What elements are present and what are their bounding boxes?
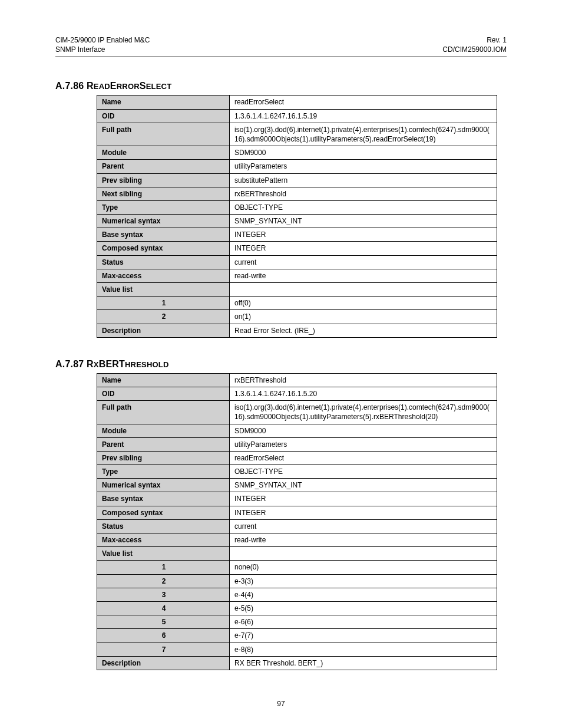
row-label: Composed syntax xyxy=(97,242,230,255)
row-label: Next sibling xyxy=(97,187,230,200)
row-label: 2 xyxy=(97,310,230,324)
row-value: current xyxy=(230,519,497,533)
row-label: Name xyxy=(97,95,230,109)
row-label: Name xyxy=(97,373,230,387)
header-rule xyxy=(55,57,507,57)
header-right-line2: CD/CIM259000.IOM xyxy=(442,45,507,54)
row-value: SNMP_SYNTAX_INT xyxy=(230,479,497,492)
table-row: OID1.3.6.1.4.1.6247.16.1.5.19 xyxy=(97,109,497,123)
row-label: Type xyxy=(97,465,230,479)
section-title-1: ReadErrorSelect xyxy=(87,81,171,91)
row-value: current xyxy=(230,255,497,269)
table-row: Composed syntaxINTEGER xyxy=(97,242,497,255)
table-row: Base syntaxINTEGER xyxy=(97,492,497,506)
table-row: Full pathiso(1).org(3).dod(6).internet(1… xyxy=(97,123,497,146)
row-label: Prev sibling xyxy=(97,451,230,465)
table-row: Prev siblingsubstitutePattern xyxy=(97,173,497,187)
row-value: utilityParameters xyxy=(230,160,497,173)
section-heading-2: A.7.87 RxBERThreshold xyxy=(55,359,507,370)
table-row: 4e-5(5) xyxy=(97,601,497,615)
table-row: ParentutilityParameters xyxy=(97,437,497,451)
row-label: 1 xyxy=(97,297,230,310)
table-row: Value list xyxy=(97,283,497,297)
table-row: 1none(0) xyxy=(97,561,497,574)
row-label: 2 xyxy=(97,574,230,588)
row-value: e-7(7) xyxy=(230,629,497,643)
row-value: INTEGER xyxy=(230,228,497,242)
table-row: DescriptionRX BER Threshold. BERT_) xyxy=(97,656,497,670)
table-row: ModuleSDM9000 xyxy=(97,424,497,437)
row-label: Module xyxy=(97,424,230,437)
row-value xyxy=(230,547,497,561)
table-row: Base syntaxINTEGER xyxy=(97,228,497,242)
row-label: 1 xyxy=(97,561,230,574)
table-row: DescriptionRead Error Select. (IRE_) xyxy=(97,324,497,337)
row-label: Status xyxy=(97,519,230,533)
row-value: 1.3.6.1.4.1.6247.16.1.5.19 xyxy=(230,109,497,123)
table-row: 7e-8(8) xyxy=(97,643,497,656)
row-label: 4 xyxy=(97,601,230,615)
row-label: Value list xyxy=(97,283,230,297)
header-left: CiM-25/9000 IP Enabled M&C SNMP Interfac… xyxy=(55,35,150,54)
row-label: Description xyxy=(97,656,230,670)
table-row: TypeOBJECT-TYPE xyxy=(97,200,497,214)
row-value: rxBERThreshold xyxy=(230,187,497,200)
row-label: Status xyxy=(97,255,230,269)
row-value: SDM9000 xyxy=(230,424,497,437)
table-row: Prev siblingreadErrorSelect xyxy=(97,451,497,465)
row-value: substitutePattern xyxy=(230,173,497,187)
row-value: off(0) xyxy=(230,297,497,310)
section-title-2: RxBERThreshold xyxy=(87,359,169,369)
row-label: Base syntax xyxy=(97,492,230,506)
table-row: 6e-7(7) xyxy=(97,629,497,643)
table-row: Statuscurrent xyxy=(97,519,497,533)
row-value: readErrorSelect xyxy=(230,95,497,109)
row-value: INTEGER xyxy=(230,242,497,255)
row-value: e-5(5) xyxy=(230,601,497,615)
row-label: OID xyxy=(97,109,230,123)
row-value: SNMP_SYNTAX_INT xyxy=(230,215,497,228)
table-row: 5e-6(6) xyxy=(97,615,497,629)
row-value: INTEGER xyxy=(230,492,497,506)
row-value: on(1) xyxy=(230,310,497,324)
row-value: SDM9000 xyxy=(230,146,497,160)
table-row: Numerical syntaxSNMP_SYNTAX_INT xyxy=(97,479,497,492)
header-left-line1: CiM-25/9000 IP Enabled M&C xyxy=(55,36,150,44)
row-value: e-8(8) xyxy=(230,643,497,656)
row-label: Numerical syntax xyxy=(97,479,230,492)
row-label: Max-access xyxy=(97,533,230,547)
row-value: utilityParameters xyxy=(230,437,497,451)
page-number: 97 xyxy=(55,700,507,708)
table-row: Max-accessread-write xyxy=(97,269,497,282)
header-right: Rev. 1 CD/CIM259000.IOM xyxy=(442,35,507,54)
row-label: OID xyxy=(97,387,230,400)
table-row: 3e-4(4) xyxy=(97,588,497,601)
row-label: Value list xyxy=(97,547,230,561)
table-row: 1off(0) xyxy=(97,297,497,310)
row-value: RX BER Threshold. BERT_) xyxy=(230,656,497,670)
row-value: INTEGER xyxy=(230,506,497,519)
header-right-line1: Rev. 1 xyxy=(487,36,507,44)
row-label: 6 xyxy=(97,629,230,643)
table-row: Statuscurrent xyxy=(97,255,497,269)
row-label: Description xyxy=(97,324,230,337)
row-value: Read Error Select. (IRE_) xyxy=(230,324,497,337)
row-label: Parent xyxy=(97,437,230,451)
table-row: 2e-3(3) xyxy=(97,574,497,588)
row-label: Full path xyxy=(97,401,230,424)
section-number-2: A.7.87 xyxy=(55,359,84,369)
row-label: Composed syntax xyxy=(97,506,230,519)
row-value xyxy=(230,283,497,297)
row-value: OBJECT-TYPE xyxy=(230,465,497,479)
row-label: Prev sibling xyxy=(97,173,230,187)
table-row: Composed syntaxINTEGER xyxy=(97,506,497,519)
table-row: NamereadErrorSelect xyxy=(97,95,497,109)
row-label: Numerical syntax xyxy=(97,215,230,228)
row-value: e-3(3) xyxy=(230,574,497,588)
row-value: e-4(4) xyxy=(230,588,497,601)
section-number-1: A.7.86 xyxy=(55,81,84,91)
table-readerrorselect: NamereadErrorSelectOID1.3.6.1.4.1.6247.1… xyxy=(97,95,497,337)
table-row: 2on(1) xyxy=(97,310,497,324)
table-rxberthreshold: NamerxBERThresholdOID1.3.6.1.4.1.6247.16… xyxy=(97,373,497,670)
row-label: Base syntax xyxy=(97,228,230,242)
